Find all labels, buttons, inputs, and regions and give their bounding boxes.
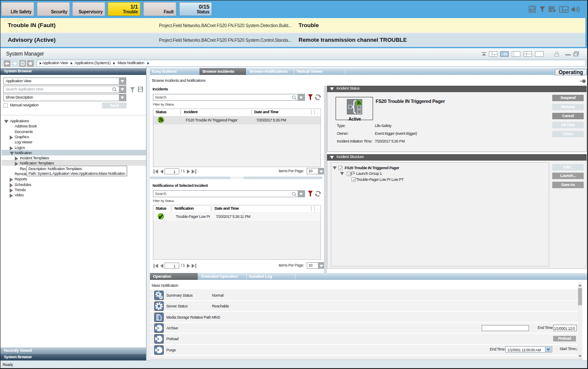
svg-text:12: 12 [532,8,534,10]
